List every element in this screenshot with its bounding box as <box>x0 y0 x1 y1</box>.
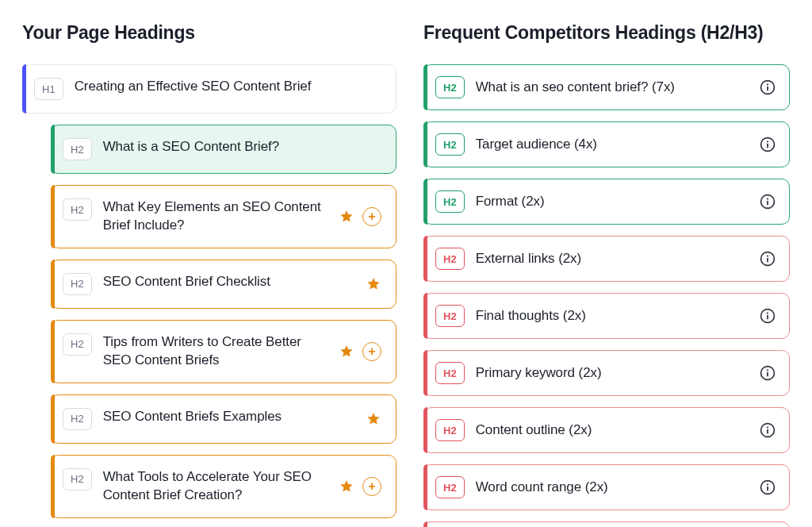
heading-level-tag: H2 <box>435 362 465 384</box>
accent-bar <box>51 320 55 383</box>
your-headings-column: Your Page Headings H1Creating an Effecti… <box>22 19 396 527</box>
heading-card[interactable]: H2What Key Elements an SEO Content Brief… <box>51 185 396 248</box>
heading-level-tag: H2 <box>435 133 465 156</box>
heading-actions <box>358 411 381 427</box>
heading-actions <box>358 276 381 292</box>
heading-actions: + <box>331 477 381 496</box>
competitor-heading-text: Final thoughts (2x) <box>476 308 586 324</box>
competitor-headings-list: H2What is an seo content brief? (7x)H2Ta… <box>423 64 790 527</box>
heading-content: H2SEO Content Brief Checklist <box>63 273 358 295</box>
competitor-heading-text: Primary keyword (2x) <box>476 365 602 381</box>
info-icon[interactable] <box>759 479 776 496</box>
add-icon[interactable]: + <box>362 477 381 496</box>
competitor-heading-card[interactable]: H2Word count range (2x) <box>423 464 790 510</box>
star-icon[interactable] <box>339 344 354 360</box>
info-icon[interactable] <box>759 79 776 96</box>
accent-bar <box>51 394 55 444</box>
heading-content: H2What is a SEO Content Brief? <box>63 138 381 160</box>
add-icon[interactable]: + <box>362 207 381 226</box>
competitor-heading-text: Target audience (4x) <box>476 137 597 152</box>
heading-text: What Tools to Accelerate Your SEO Conten… <box>103 468 331 505</box>
accent-bar <box>423 407 427 453</box>
info-icon[interactable] <box>759 364 776 382</box>
heading-actions: + <box>331 207 381 226</box>
heading-text: What is a SEO Content Brief? <box>103 138 381 156</box>
info-icon[interactable] <box>759 421 776 439</box>
accent-bar <box>51 260 55 309</box>
star-icon[interactable] <box>366 276 381 292</box>
competitor-headings-column: Frequent Competitors Headings (H2/H3) H2… <box>423 19 790 527</box>
accent-bar <box>22 64 26 113</box>
info-icon[interactable] <box>759 250 776 267</box>
heading-text: SEO Content Briefs Examples <box>103 408 358 426</box>
heading-card[interactable]: H2SEO Content Brief Checklist <box>51 260 396 309</box>
info-icon[interactable] <box>759 193 776 210</box>
competitor-heading-text: Format (2x) <box>476 194 545 210</box>
heading-level-tag: H2 <box>63 273 92 295</box>
heading-level-tag: H2 <box>435 76 465 98</box>
accent-bar <box>423 121 427 167</box>
competitor-heading-text: Content outline (2x) <box>476 422 592 438</box>
accent-bar <box>51 455 55 518</box>
competitor-heading-card[interactable]: H2Primary keyword (2x) <box>423 350 790 396</box>
star-icon[interactable] <box>366 411 381 427</box>
accent-bar <box>423 350 427 396</box>
accent-bar <box>423 293 427 339</box>
accent-bar <box>423 64 427 110</box>
heading-content: H2Tips from Writers to Create Better SEO… <box>63 333 331 370</box>
heading-text: What Key Elements an SEO Content Brief I… <box>103 198 331 235</box>
competitor-heading-card[interactable]: H2Target audience (4x) <box>423 121 790 167</box>
heading-level-tag: H2 <box>435 190 465 213</box>
your-headings-title: Your Page Headings <box>22 22 396 44</box>
heading-level-tag: H2 <box>63 333 92 356</box>
heading-text: Tips from Writers to Create Better SEO C… <box>103 333 331 370</box>
heading-text: SEO Content Brief Checklist <box>103 273 358 291</box>
accent-bar <box>51 185 55 248</box>
page: Your Page Headings H1Creating an Effecti… <box>0 0 812 527</box>
heading-card[interactable]: H1Creating an Effective SEO Content Brie… <box>22 64 396 113</box>
info-icon[interactable] <box>759 136 776 153</box>
star-icon[interactable] <box>339 209 354 225</box>
heading-card[interactable]: H2SEO Content Briefs Examples <box>51 394 396 444</box>
competitor-heading-card[interactable]: H2What is an seo content brief? (7x) <box>423 64 790 110</box>
competitor-heading-text: External links (2x) <box>476 251 581 267</box>
heading-actions: + <box>331 342 381 361</box>
competitor-heading-text: Word count range (2x) <box>476 479 608 495</box>
heading-content: H2What Key Elements an SEO Content Brief… <box>63 198 331 235</box>
heading-content: H1Creating an Effective SEO Content Brie… <box>34 78 381 100</box>
accent-bar <box>423 464 427 510</box>
info-icon[interactable] <box>759 307 776 325</box>
competitor-heading-card[interactable]: H2External links (2x) <box>423 236 790 282</box>
heading-content: H2SEO Content Briefs Examples <box>63 408 358 430</box>
your-headings-list: H1Creating an Effective SEO Content Brie… <box>22 64 396 518</box>
heading-level-tag: H2 <box>435 419 465 441</box>
heading-content: H2What Tools to Accelerate Your SEO Cont… <box>63 468 331 505</box>
heading-level-tag: H2 <box>435 476 465 498</box>
accent-bar <box>423 236 427 282</box>
heading-level-tag: H2 <box>435 305 465 327</box>
competitor-heading-card[interactable]: H2Secondary keywords (2x) <box>423 521 790 527</box>
heading-level-tag: H2 <box>63 468 92 490</box>
heading-level-tag: H2 <box>63 408 92 430</box>
heading-card[interactable]: H2What is a SEO Content Brief? <box>51 125 396 174</box>
star-icon[interactable] <box>339 479 354 494</box>
heading-level-tag: H2 <box>63 138 92 160</box>
competitor-heading-card[interactable]: H2Format (2x) <box>423 179 790 225</box>
competitor-heading-text: What is an seo content brief? (7x) <box>476 79 675 95</box>
accent-bar <box>423 179 427 225</box>
competitor-heading-card[interactable]: H2Final thoughts (2x) <box>423 293 790 339</box>
accent-bar <box>51 125 55 174</box>
heading-level-tag: H2 <box>435 248 465 270</box>
heading-card[interactable]: H2Tips from Writers to Create Better SEO… <box>51 320 396 383</box>
competitor-heading-card[interactable]: H2Content outline (2x) <box>423 407 790 453</box>
heading-level-tag: H2 <box>63 198 92 221</box>
add-icon[interactable]: + <box>362 342 381 361</box>
heading-card[interactable]: H2What Tools to Accelerate Your SEO Cont… <box>51 455 396 518</box>
competitor-headings-title: Frequent Competitors Headings (H2/H3) <box>423 22 790 44</box>
accent-bar <box>423 521 427 527</box>
heading-text: Creating an Effective SEO Content Brief <box>75 78 381 96</box>
heading-level-tag: H1 <box>34 78 63 100</box>
